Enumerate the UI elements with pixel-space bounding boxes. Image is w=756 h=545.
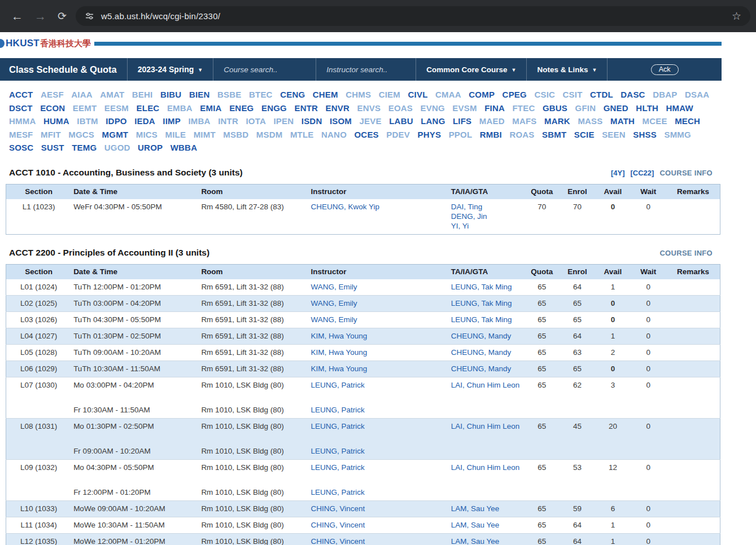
instructor-link[interactable]: WANG, Emily: [311, 298, 446, 308]
term-selector[interactable]: 2023-24 Spring ▼: [127, 58, 213, 81]
dept-link-smmg[interactable]: SMMG: [664, 128, 691, 142]
dept-link-phys[interactable]: PHYS: [417, 128, 441, 142]
url-text[interactable]: w5.ab.ust.hk/wcq/cgi-bin/2330/: [101, 11, 220, 21]
dept-link-eemt[interactable]: EEMT: [73, 102, 97, 115]
dept-link-entr[interactable]: ENTR: [294, 102, 318, 115]
ack-button[interactable]: Ack: [651, 64, 679, 75]
instructor-link[interactable]: LEUNG, Patrick: [311, 446, 446, 456]
dept-link-jeve[interactable]: JEVE: [360, 115, 382, 128]
forward-icon[interactable]: →: [34, 10, 46, 22]
dept-link-temg[interactable]: TEMG: [72, 141, 97, 155]
course-search-section[interactable]: Course search..: [213, 58, 316, 81]
dept-link-mark[interactable]: MARK: [544, 115, 570, 128]
dept-link-cpeg[interactable]: CPEG: [502, 88, 527, 102]
dept-link-hmma[interactable]: HMMA: [9, 115, 36, 128]
dept-link-ceng[interactable]: CENG: [280, 88, 305, 102]
dept-link-scie[interactable]: SCIE: [574, 128, 595, 142]
dept-link-aesf[interactable]: AESF: [41, 88, 64, 102]
dept-link-rmbi[interactable]: RMBI: [480, 128, 502, 142]
dept-link-aiaa[interactable]: AIAA: [71, 88, 92, 102]
dept-link-fina[interactable]: FINA: [484, 102, 505, 115]
dept-link-ibtm[interactable]: IBTM: [77, 115, 98, 128]
dept-link-math[interactable]: MATH: [610, 115, 635, 128]
dept-link-mcee[interactable]: MCEE: [643, 115, 667, 128]
dept-link-econ[interactable]: ECON: [40, 102, 65, 115]
dept-link-gfin[interactable]: GFIN: [575, 102, 596, 115]
ta-link[interactable]: CHEUNG, Mandy: [451, 364, 522, 373]
instructor-link[interactable]: WANG, Emily: [311, 282, 446, 292]
dept-link-huma[interactable]: HUMA: [43, 115, 69, 128]
dept-link-hlth[interactable]: HLTH: [636, 102, 658, 115]
dept-link-ciem[interactable]: CIEM: [379, 88, 400, 102]
dept-link-labu[interactable]: LABU: [389, 115, 413, 128]
dept-link-ipen[interactable]: IPEN: [273, 115, 294, 128]
dept-link-elec[interactable]: ELEC: [137, 102, 160, 115]
dept-link-maed[interactable]: MAED: [479, 115, 505, 128]
instructor-link[interactable]: LEUNG, Patrick: [311, 405, 446, 415]
address-bar[interactable]: w5.ab.ust.hk/wcq/cgi-bin/2330/ ☆: [76, 6, 750, 26]
dept-link-isdn[interactable]: ISDN: [301, 115, 322, 128]
dept-link-msbd[interactable]: MSBD: [223, 128, 248, 142]
dept-link-mafs[interactable]: MAFS: [512, 115, 536, 128]
dept-link-msdm[interactable]: MSDM: [256, 128, 283, 142]
dept-link-ugod[interactable]: UGOD: [104, 141, 130, 155]
dept-link-mics[interactable]: MICS: [136, 128, 158, 142]
dept-link-ctdl[interactable]: CTDL: [590, 88, 613, 102]
dept-link-lifs[interactable]: LIFS: [453, 115, 471, 128]
dept-link-cmaa[interactable]: CMAA: [435, 88, 461, 102]
dept-link-mgcs[interactable]: MGCS: [68, 128, 94, 142]
dept-link-chms[interactable]: CHMS: [346, 88, 371, 102]
course-info-link[interactable]: COURSE INFO: [659, 169, 713, 177]
ta-link[interactable]: LAM, Sau Yee: [451, 537, 522, 545]
dept-link-imba[interactable]: IMBA: [189, 115, 211, 128]
dept-link-eneg[interactable]: ENEG: [229, 102, 254, 115]
dept-link-eesm[interactable]: EESM: [104, 102, 129, 115]
instructor-search-input[interactable]: Instructor search..: [326, 65, 405, 74]
dept-link-sosc[interactable]: SOSC: [9, 141, 33, 155]
instructor-link[interactable]: KIM, Hwa Young: [311, 348, 446, 357]
dept-link-evsm[interactable]: EVSM: [452, 102, 477, 115]
dept-link-emba[interactable]: EMBA: [167, 102, 193, 115]
bookmark-star-icon[interactable]: ☆: [732, 10, 741, 23]
dept-link-iota[interactable]: IOTA: [246, 115, 266, 128]
site-info-icon[interactable]: [85, 11, 94, 21]
dept-link-dbap[interactable]: DBAP: [653, 88, 677, 102]
dept-link-gbus[interactable]: GBUS: [543, 102, 567, 115]
dept-link-amat[interactable]: AMAT: [100, 88, 124, 102]
instructor-link[interactable]: CHING, Vincent: [311, 537, 446, 545]
instructor-link[interactable]: LEUNG, Patrick: [311, 487, 446, 497]
dept-link-chem[interactable]: CHEM: [313, 88, 338, 102]
dept-link-csit[interactable]: CSIT: [563, 88, 583, 102]
dept-link-eoas[interactable]: EOAS: [388, 102, 413, 115]
instructor-link[interactable]: LEUNG, Patrick: [311, 463, 446, 472]
dept-link-sbmt[interactable]: SBMT: [542, 128, 566, 142]
dept-link-envs[interactable]: ENVS: [357, 102, 381, 115]
course-info-link[interactable]: COURSE INFO: [659, 249, 713, 257]
ta-link[interactable]: LEUNG, Tak Ming: [451, 282, 522, 292]
dept-link-envr[interactable]: ENVR: [326, 102, 349, 115]
dept-link-ppol[interactable]: PPOL: [449, 128, 473, 142]
dept-link-mfit[interactable]: MFIT: [41, 128, 61, 142]
common-core-menu[interactable]: Common Core Course ▼: [416, 58, 526, 81]
ta-link[interactable]: CHEUNG, Mandy: [451, 331, 522, 341]
dept-link-bsbe[interactable]: BSBE: [217, 88, 241, 102]
dept-link-dasc[interactable]: DASC: [620, 88, 645, 102]
dept-link-idpo[interactable]: IDPO: [106, 115, 126, 128]
instructor-link[interactable]: WANG, Emily: [311, 315, 446, 324]
instructor-link[interactable]: CHING, Vincent: [311, 520, 446, 530]
dept-link-mgmt[interactable]: MGMT: [102, 128, 129, 142]
dept-link-oces[interactable]: OCES: [355, 128, 379, 142]
dept-link-ftec[interactable]: FTEC: [512, 102, 535, 115]
dept-link-isom[interactable]: ISOM: [330, 115, 352, 128]
dept-link-mtle[interactable]: MTLE: [290, 128, 314, 142]
dept-link-acct[interactable]: ACCT: [9, 88, 33, 102]
ta-link[interactable]: YI, Yi: [451, 221, 522, 231]
instructor-link[interactable]: KIM, Hwa Young: [311, 331, 446, 341]
ta-link[interactable]: LAM, Sau Yee: [451, 520, 522, 530]
reload-icon[interactable]: ⟳: [58, 11, 67, 21]
instructor-link[interactable]: LEUNG, Patrick: [311, 421, 446, 431]
dept-link-urop[interactable]: UROP: [138, 141, 163, 155]
dept-link-sust[interactable]: SUST: [41, 141, 64, 155]
course-search-input[interactable]: Course search..: [224, 65, 305, 74]
notes-links-menu[interactable]: Notes & Links ▼: [526, 58, 607, 81]
